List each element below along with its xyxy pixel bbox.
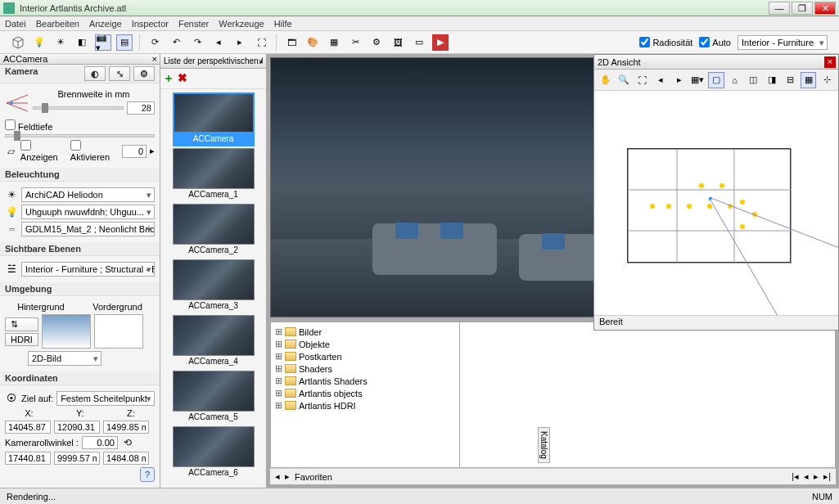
mode-gear-icon[interactable]: ⚙ <box>133 66 155 81</box>
tree-node[interactable]: ⊞Artlantis HDRI <box>274 399 456 412</box>
cat-last-icon[interactable]: ▸| <box>823 471 831 482</box>
sun-icon[interactable]: ☀ <box>52 34 69 51</box>
x2-input[interactable] <box>5 452 51 465</box>
menu-datei[interactable]: Datei <box>5 19 26 29</box>
refresh-icon[interactable]: ⟳ <box>147 34 163 51</box>
fit-icon[interactable]: ⛶ <box>253 34 269 51</box>
roll-reset-icon[interactable]: ⟲ <box>121 436 134 449</box>
help-button[interactable]: ? <box>140 467 155 482</box>
material-icon[interactable]: ◧ <box>74 34 90 51</box>
p2d-home-icon[interactable]: ⌂ <box>727 72 743 88</box>
mode-sphere-icon[interactable]: ◐ <box>84 66 106 81</box>
clip-input[interactable] <box>122 145 147 158</box>
palette-icon[interactable]: 🎨 <box>304 34 321 51</box>
feldtiefe-checkbox[interactable]: Feldtiefe <box>5 119 52 132</box>
views-close-icon[interactable]: × <box>259 56 264 66</box>
bgtype-combo[interactable]: 2D-Bild <box>28 351 101 366</box>
p2d-zoom-icon[interactable]: 🔍 <box>616 72 633 88</box>
nav-right-icon[interactable]: ▸ <box>232 34 248 51</box>
cat-first-icon[interactable]: |◂ <box>792 471 799 482</box>
p2d-hand-icon[interactable]: ✋ <box>598 72 614 88</box>
p2d-side-icon[interactable]: ◨ <box>764 72 780 88</box>
ebenen-combo[interactable]: Interior - Furniture ; Structural - B... <box>21 262 155 277</box>
cat-prev-icon[interactable]: ◂ <box>275 471 280 482</box>
export-icon[interactable]: ▭ <box>411 34 427 51</box>
aktivieren-checkbox[interactable]: Aktivieren <box>70 140 119 162</box>
cat-back-icon[interactable]: ◂ <box>804 471 809 482</box>
x-input[interactable] <box>5 421 51 434</box>
menu-inspector[interactable]: Inspector <box>132 19 169 29</box>
image-icon[interactable]: 🖼 <box>390 34 406 51</box>
roll-input[interactable] <box>82 436 118 449</box>
tree-node[interactable]: ⊞Bilder <box>274 326 456 338</box>
lights-combo-1[interactable]: Uhguuph nwuwfdnh; Uhguu... <box>21 205 155 219</box>
menu-anzeige[interactable]: Anzeige <box>89 19 122 29</box>
undo-icon[interactable]: ↶ <box>168 34 184 51</box>
view-add-button[interactable]: ＋ <box>163 71 174 86</box>
tree-node[interactable]: ⊞Artlantis objects <box>274 387 456 399</box>
target-icon[interactable]: ⦿ <box>5 392 18 405</box>
tree-node[interactable]: ⊞Objekte <box>274 338 456 350</box>
heliodon-combo[interactable]: ArchiCAD Heliodon <box>21 187 155 202</box>
p2d-prev-icon[interactable]: ◂ <box>653 72 670 88</box>
crop-icon[interactable]: ✂ <box>347 34 363 51</box>
y-input[interactable] <box>54 421 100 434</box>
tree-node[interactable]: ⊞Postkarten <box>274 350 456 362</box>
gear-icon[interactable]: ⚙ <box>368 34 385 51</box>
brennweite-slider[interactable] <box>33 106 124 110</box>
menu-werkzeuge[interactable]: Werkzeuge <box>219 19 264 29</box>
redo-icon[interactable]: ↷ <box>189 34 205 51</box>
catalog-contents[interactable] <box>460 322 836 468</box>
p2d-layers-icon[interactable]: ▦▾ <box>690 72 706 88</box>
hdri-button[interactable]: HDRI <box>5 333 38 346</box>
bg-swap-icon[interactable]: ⇅ <box>5 317 38 331</box>
y2-input[interactable] <box>54 452 100 465</box>
view-thumb[interactable]: ACCamera_4 <box>173 315 255 369</box>
minimize-button[interactable]: — <box>769 2 790 15</box>
view-thumb[interactable]: ACCamera_3 <box>173 259 255 313</box>
auto-checkbox[interactable]: Auto <box>699 37 731 47</box>
p2d-fit-icon[interactable]: ⛶ <box>634 72 651 88</box>
hintergrund-swatch[interactable] <box>42 314 91 349</box>
nav-left-icon[interactable]: ◂ <box>210 34 227 51</box>
list-icon[interactable]: ▤ <box>116 34 133 51</box>
lights-combo-2[interactable]: GDLM15_Mat_2 ; Neonlicht Brick... <box>21 222 155 236</box>
vordergrund-swatch[interactable] <box>94 314 143 349</box>
menu-bearbeiten[interactable]: Bearbeiten <box>36 19 79 29</box>
view-thumb[interactable]: ACCamera <box>173 92 255 146</box>
catalog-tab[interactable]: Katalog <box>538 427 550 463</box>
cat-fwd-icon[interactable]: ▸ <box>814 471 819 482</box>
view-delete-button[interactable]: ✖ <box>178 71 187 86</box>
anzeigen-checkbox[interactable]: Anzeigen <box>20 140 67 162</box>
mode-wand-icon[interactable]: ⤡ <box>109 66 130 81</box>
inspector-close-icon[interactable]: × <box>152 54 157 64</box>
p2d-axis-icon[interactable]: ⊹ <box>819 72 835 88</box>
panel2d-close-icon[interactable]: × <box>824 56 836 68</box>
feldtiefe-slider[interactable] <box>5 134 155 137</box>
p2d-front-icon[interactable]: ◫ <box>745 72 761 88</box>
view-thumb[interactable]: ACCamera_6 <box>173 426 255 480</box>
brennweite-input[interactable] <box>127 101 155 115</box>
view-thumb[interactable]: ACCamera_5 <box>173 371 255 425</box>
bulb-icon[interactable]: 💡 <box>31 34 47 51</box>
layers-icon[interactable]: ▦ <box>326 34 342 51</box>
z2-input[interactable] <box>103 452 149 465</box>
tree-node[interactable]: ⊞Artlantis Shaders <box>274 375 456 387</box>
favoriten-label[interactable]: Favoriten <box>295 472 332 482</box>
ziel-combo[interactable]: Festem Scheitelpunkt <box>56 391 155 406</box>
close-button[interactable]: ✕ <box>814 2 836 15</box>
view-thumb[interactable]: ACCamera_2 <box>173 204 255 258</box>
window-icon[interactable]: 🗔 <box>283 34 300 51</box>
view-perspective-icon[interactable] <box>10 34 26 51</box>
view-thumb[interactable]: ACCamera_1 <box>173 148 255 202</box>
camera-icon[interactable]: 📷▾ <box>95 34 111 51</box>
cat-next-icon[interactable]: ▸ <box>285 471 290 482</box>
panel2d-canvas[interactable] <box>594 91 838 315</box>
z-input[interactable] <box>103 421 149 434</box>
p2d-grid-icon[interactable]: ▦ <box>801 72 817 88</box>
render-icon[interactable]: ▶ <box>432 34 449 51</box>
p2d-top-icon[interactable]: ⊟ <box>782 72 798 88</box>
maximize-button[interactable]: ❐ <box>792 2 813 15</box>
radiosity-checkbox[interactable]: Radiosität <box>639 37 692 47</box>
p2d-next-icon[interactable]: ▸ <box>671 72 688 88</box>
